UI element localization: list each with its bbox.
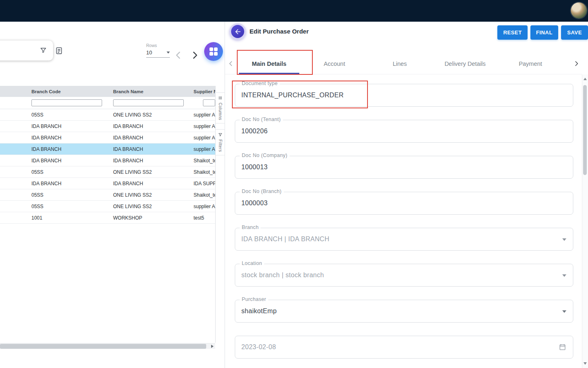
dropdown-caret-icon	[562, 238, 566, 241]
horizontal-scrollbar[interactable]	[0, 343, 215, 349]
scroll-down-arrow-icon[interactable]	[584, 362, 587, 365]
list-icon[interactable]	[55, 46, 63, 55]
vertical-scrollbar-thumb[interactable]	[583, 85, 587, 175]
purchase-order-list-panel: Rows 10 Branch Code Branch Name Supplier…	[0, 22, 225, 368]
calendar-icon[interactable]	[559, 343, 566, 351]
cell-branch-name: IDA BRANCH	[108, 123, 189, 129]
cell-branch-code: 05SS	[27, 169, 108, 175]
main-layout: Rows 10 Branch Code Branch Name Supplier…	[0, 22, 588, 368]
branch-table: Branch Code Branch Name Supplier N 05SS …	[0, 86, 215, 224]
cell-branch-code: IDA BRANCH	[27, 123, 108, 129]
field-document-type[interactable]: Document type INTERNAL_PURCHASE_ORDER	[235, 84, 573, 107]
tab-delivery-details[interactable]: Delivery Details	[432, 53, 498, 74]
search-card	[0, 40, 53, 61]
filter-branch-name-input[interactable]	[113, 99, 184, 106]
table-row[interactable]: IDA BRANCH IDA BRANCH IDA SUPP	[0, 178, 215, 189]
table-row[interactable]: IDA BRANCH IDA BRANCH supplier A	[0, 121, 215, 132]
column-header-branch-name[interactable]: Branch Name	[108, 89, 189, 94]
caret-down-icon	[167, 52, 170, 54]
tabs-scroll-left-button[interactable]	[225, 61, 236, 67]
columns-icon	[218, 96, 223, 100]
page-title: Edit Purchase Order	[249, 28, 309, 35]
main-details-form: Document type INTERNAL_PURCHASE_ORDER Do…	[235, 84, 573, 368]
table-filter-row	[0, 97, 215, 109]
form-tab-bar: Main Details Account Lines Delivery Deta…	[225, 53, 582, 74]
table-row[interactable]: 05SS ONE LIVING SS2 Shaikot_te	[0, 166, 215, 178]
table-row[interactable]: 05SS ONE LIVING SS2 Shaikot_te	[0, 189, 215, 201]
cell-branch-code: IDA BRANCH	[27, 146, 108, 152]
reset-button[interactable]: RESET	[497, 25, 527, 40]
field-label: Doc No (Branch)	[240, 188, 284, 194]
rows-per-page-select[interactable]: 10	[146, 49, 170, 58]
cell-supplier: supplier A	[189, 123, 215, 129]
filters-panel-label: Filters	[218, 139, 223, 152]
filter-branch-code-input[interactable]	[31, 99, 102, 106]
field-value: IDA BRANCH | IDA BRANCH	[241, 236, 330, 243]
filters-icon	[218, 132, 223, 137]
vertical-scrollbar[interactable]	[582, 74, 588, 368]
cell-supplier: Shaikot_te	[189, 169, 215, 175]
scroll-up-arrow-icon[interactable]	[584, 78, 587, 80]
table-row-selected[interactable]: IDA BRANCH IDA BRANCH supplier A	[0, 144, 215, 155]
dropdown-caret-icon	[562, 274, 566, 277]
field-value: 1000013	[241, 164, 267, 171]
top-app-bar	[0, 0, 588, 22]
horizontal-scrollbar-thumb[interactable]	[0, 344, 206, 349]
field-doc-no-branch[interactable]: Doc No (Branch) 1000003	[235, 192, 573, 215]
cell-branch-name: ONE LIVING SS2	[108, 112, 189, 118]
cell-branch-code: IDA BRANCH	[27, 181, 108, 186]
table-row[interactable]: 1001 WORKSHOP test5	[0, 212, 215, 224]
cell-branch-name: IDA BRANCH	[108, 158, 189, 164]
cell-supplier: test5	[189, 215, 215, 221]
scroll-right-arrow-icon[interactable]	[211, 345, 214, 348]
back-button[interactable]	[229, 23, 246, 40]
cell-branch-code: 05SS	[27, 204, 108, 209]
field-value: 1000206	[241, 128, 267, 135]
cell-branch-name: ONE LIVING SS2	[108, 192, 189, 198]
tab-main-details[interactable]: Main Details	[236, 53, 302, 74]
tab-account[interactable]: Account	[302, 53, 367, 74]
field-branch[interactable]: Branch IDA BRANCH | IDA BRANCH	[235, 228, 573, 251]
save-button[interactable]: SAVE	[561, 25, 588, 40]
cell-supplier: supplier A	[189, 204, 215, 209]
field-label: Branch	[240, 224, 261, 230]
filters-panel-toggle[interactable]: Filters	[216, 129, 225, 155]
field-purchaser[interactable]: Purchaser shaikotEmp	[235, 300, 573, 323]
columns-panel-toggle[interactable]: Columns	[216, 92, 225, 123]
table-row[interactable]: 05SS ONE LIVING SS2 supplier A	[0, 109, 215, 121]
cell-supplier: supplier A	[189, 112, 215, 118]
filter-icon[interactable]	[40, 47, 47, 54]
tabs-scroll-right-button[interactable]	[570, 61, 582, 67]
field-doc-no-company[interactable]: Doc No (Company) 1000013	[235, 156, 573, 179]
grid-side-toolbar: Columns Filters	[215, 86, 225, 343]
cell-supplier: supplier A	[189, 146, 215, 152]
field-label: Document type	[240, 81, 280, 86]
table-header-row: Branch Code Branch Name Supplier N	[0, 86, 215, 97]
filter-supplier-input[interactable]	[203, 99, 215, 106]
field-date[interactable]: 2023-02-08	[235, 336, 573, 359]
table-row[interactable]: 05SS ONE LIVING SS2 supplier A	[0, 201, 215, 212]
field-label: Location	[240, 260, 264, 266]
column-header-branch-code[interactable]: Branch Code	[27, 89, 108, 94]
cell-branch-name: IDA BRANCH	[108, 135, 189, 141]
table-row[interactable]: IDA BRANCH IDA BRANCH supplier A	[0, 132, 215, 144]
table-row[interactable]: IDA BRANCH IDA BRANCH Shaikot_te	[0, 155, 215, 166]
field-location[interactable]: Location stock branch | stock branch	[235, 264, 573, 287]
cell-supplier: IDA SUPP	[189, 181, 215, 186]
field-doc-no-tenant[interactable]: Doc No (Tenant) 1000206	[235, 120, 573, 143]
tab-lines[interactable]: Lines	[367, 53, 432, 74]
user-avatar[interactable]	[571, 2, 587, 18]
grid-icon	[209, 47, 218, 56]
final-button[interactable]: FINAL	[530, 25, 558, 40]
arrow-back-icon	[234, 28, 242, 36]
cell-supplier: Shaikot_te	[189, 192, 215, 198]
column-header-supplier[interactable]: Supplier N	[189, 89, 215, 94]
grid-view-button[interactable]	[204, 42, 223, 61]
cell-branch-code: 05SS	[27, 192, 108, 198]
field-label: Doc No (Company)	[240, 153, 290, 158]
tab-payment[interactable]: Payment	[498, 53, 563, 74]
rows-per-page-label: Rows	[146, 43, 172, 48]
field-value: stock branch | stock branch	[241, 272, 324, 279]
next-page-button[interactable]	[190, 51, 199, 60]
previous-page-button[interactable]	[174, 51, 183, 60]
